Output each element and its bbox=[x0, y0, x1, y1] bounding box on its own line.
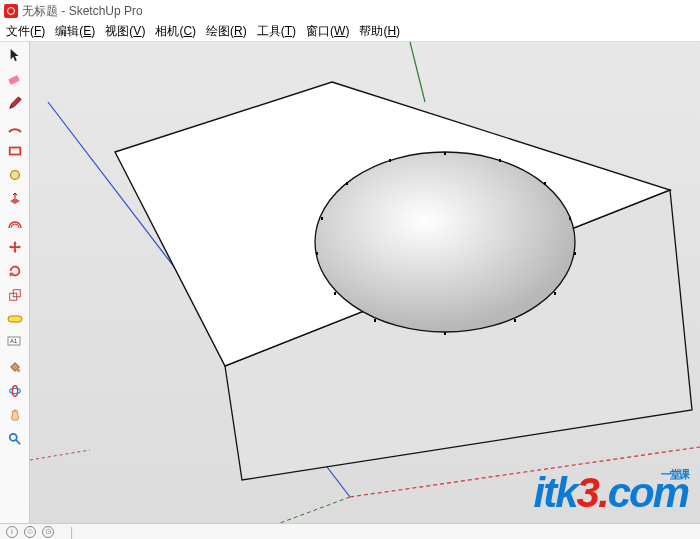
svg-point-10 bbox=[12, 386, 17, 397]
pan-tool[interactable] bbox=[3, 406, 27, 427]
arc-tool[interactable] bbox=[3, 118, 27, 139]
pencil-icon bbox=[8, 96, 22, 113]
scale-icon bbox=[8, 288, 22, 305]
pushpull-tool[interactable] bbox=[3, 190, 27, 211]
svg-rect-0 bbox=[8, 75, 20, 85]
status-info-icon[interactable]: i bbox=[6, 526, 18, 538]
menu-tools[interactable]: 工具(T) bbox=[257, 23, 296, 40]
menu-draw[interactable]: 绘图(R) bbox=[206, 23, 247, 40]
arc-icon bbox=[7, 120, 23, 137]
svg-point-9 bbox=[9, 388, 20, 393]
orbit-tool[interactable] bbox=[3, 382, 27, 403]
rect-icon bbox=[8, 144, 22, 161]
window-title: 无标题 - SketchUp Pro bbox=[22, 3, 143, 20]
titlebar: 无标题 - SketchUp Pro bbox=[0, 0, 700, 22]
zoom-tool[interactable] bbox=[3, 430, 27, 451]
svg-rect-5 bbox=[8, 316, 22, 322]
statusbar: i ☺ ⊙ | bbox=[0, 523, 700, 539]
move-icon bbox=[8, 240, 22, 257]
arrow-icon bbox=[8, 48, 22, 65]
menu-file[interactable]: 文件(F) bbox=[6, 23, 45, 40]
menu-help[interactable]: 帮助(H) bbox=[359, 23, 400, 40]
status-geo-icon[interactable]: ⊙ bbox=[42, 526, 54, 538]
svg-text:A1: A1 bbox=[10, 338, 18, 344]
tape-tool[interactable] bbox=[3, 310, 27, 331]
offset-tool[interactable] bbox=[3, 214, 27, 235]
status-divider: | bbox=[70, 525, 73, 539]
select-tool[interactable] bbox=[3, 46, 27, 67]
line-tool[interactable] bbox=[3, 94, 27, 115]
axis-y-front bbox=[280, 497, 350, 523]
workspace: A1 bbox=[0, 42, 700, 523]
circle-icon bbox=[8, 168, 22, 185]
menu-edit[interactable]: 编辑(E) bbox=[55, 23, 95, 40]
menu-window[interactable]: 窗口(W) bbox=[306, 23, 349, 40]
paint-tool[interactable] bbox=[3, 358, 27, 379]
svg-point-11 bbox=[9, 434, 16, 441]
eraser-tool[interactable] bbox=[3, 70, 27, 91]
rotate-icon bbox=[8, 264, 22, 281]
status-user-icon[interactable]: ☺ bbox=[24, 526, 36, 538]
svg-point-25 bbox=[315, 152, 575, 332]
scale-tool[interactable] bbox=[3, 286, 27, 307]
menubar: 文件(F) 编辑(E) 视图(V) 相机(C) 绘图(R) 工具(T) 窗口(W… bbox=[0, 22, 700, 42]
zoom-icon bbox=[8, 432, 22, 449]
rectangle-tool[interactable] bbox=[3, 142, 27, 163]
axis-y bbox=[410, 42, 425, 102]
svg-point-2 bbox=[10, 171, 19, 180]
scene-canvas[interactable] bbox=[30, 42, 700, 523]
app-icon bbox=[4, 4, 18, 18]
tape-icon bbox=[7, 313, 23, 328]
orbit-icon bbox=[8, 384, 22, 401]
pushpull-icon bbox=[7, 191, 23, 210]
text-icon: A1 bbox=[7, 336, 23, 353]
svg-rect-1 bbox=[9, 148, 20, 155]
rotate-tool[interactable] bbox=[3, 262, 27, 283]
viewport[interactable]: 一堂课 itk3.com bbox=[30, 42, 700, 523]
svg-line-12 bbox=[15, 440, 19, 444]
circle-tool[interactable] bbox=[3, 166, 27, 187]
text-tool[interactable]: A1 bbox=[3, 334, 27, 355]
svg-point-8 bbox=[16, 369, 20, 373]
move-tool[interactable] bbox=[3, 238, 27, 259]
menu-view[interactable]: 视图(V) bbox=[105, 23, 145, 40]
pan-icon bbox=[8, 408, 22, 425]
main-toolbar: A1 bbox=[0, 42, 30, 523]
menu-camera[interactable]: 相机(C) bbox=[155, 23, 196, 40]
axis-x-back bbox=[30, 450, 90, 460]
offset-icon bbox=[7, 216, 23, 233]
paint-icon bbox=[8, 360, 22, 377]
eraser-icon bbox=[7, 72, 23, 89]
